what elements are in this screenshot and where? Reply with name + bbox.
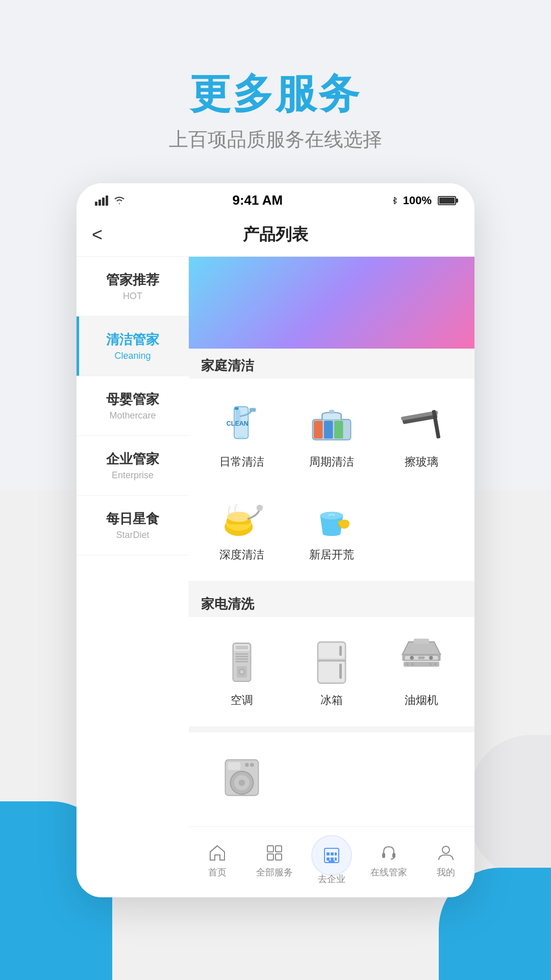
svg-rect-29 [236,658,248,660]
svg-point-57 [250,763,254,767]
svg-rect-46 [404,662,439,667]
product-name: 周期清洁 [309,454,354,470]
svg-rect-1 [98,200,101,206]
product-name: 空调 [231,693,253,708]
sidebar-item-guanjia-tuijian[interactable]: 管家推荐 HOT [77,257,189,316]
product-item-deep-clean[interactable]: 深度清洁 [197,480,287,573]
svg-rect-45 [418,656,425,659]
sidebar: 管家推荐 HOT 清洁管家 Cleaning 母婴管家 Mothercare 企… [77,257,189,897]
product-item-fridge[interactable]: 冰箱 [287,625,377,718]
svg-point-43 [410,656,414,660]
svg-rect-70 [382,853,385,858]
svg-rect-28 [236,656,248,657]
battery-icon [438,196,456,205]
svg-rect-41 [414,639,429,644]
back-button[interactable]: < [92,224,117,246]
svg-rect-59 [276,846,282,852]
product-name: 新居开荒 [309,547,354,562]
product-icon-hood [393,635,449,687]
section-divider-2 [189,726,474,732]
sidebar-item-sub: StarDiet [85,530,181,541]
all-services-label: 全部服务 [256,866,293,878]
product-grid-more [189,732,474,826]
home-icon [206,842,229,864]
headset-icon [378,842,400,864]
sidebar-item-sub: Mothercare [85,410,181,421]
banner-image [189,257,474,349]
svg-rect-13 [334,421,343,438]
section-title-home-cleaning: 家庭清洁 [189,349,474,379]
bottom-nav-manager[interactable]: 在线管家 [360,842,417,878]
svg-rect-7 [235,407,239,410]
status-battery-area: 100% [390,194,456,207]
product-icon-ac [214,635,270,687]
product-icon-steamer [214,490,270,541]
product-row-2: 深度清洁 [197,480,466,573]
svg-rect-65 [335,852,337,855]
bottom-nav-all-services[interactable]: 全部服务 [246,842,303,878]
user-icon [435,842,457,864]
sidebar-item-sub: HOT [85,291,181,302]
section-title-appliance-clean: 家电清洗 [189,587,474,617]
main-subtitle: 上百项品质服务在线选择 [0,127,551,153]
product-icon-spray: CLEAN [214,397,270,448]
product-item-hood[interactable]: 油烟机 [377,625,466,718]
svg-rect-26 [236,646,248,650]
svg-rect-67 [331,857,334,861]
product-item-ac[interactable]: 空调 [197,625,287,718]
bottom-nav-home[interactable]: 首页 [189,842,246,878]
battery-percent: 100% [403,194,432,207]
product-item-window[interactable]: 擦玻璃 [377,387,466,480]
battery-fill [439,198,455,204]
svg-rect-2 [102,198,105,206]
svg-rect-49 [429,663,432,666]
svg-point-44 [429,656,433,660]
main-title: 更多服务 [0,71,551,116]
product-row-1: CLEAN 日常清洁 [197,387,466,480]
product-item-empty [377,480,466,573]
product-item-more1[interactable] [197,741,287,818]
svg-rect-66 [327,857,330,861]
sidebar-item-name: 企业管家 [85,450,181,468]
nav-title: 产品列表 [117,224,434,246]
enterprise-label: 去企业 [318,873,345,885]
manager-label: 在线管家 [370,866,407,878]
svg-rect-3 [106,195,108,206]
home-label: 首页 [208,866,227,878]
svg-rect-63 [327,852,330,855]
product-grid-appliance-clean: 空调 [189,617,474,726]
product-item-more2 [287,741,377,818]
product-name: 冰箱 [320,693,343,708]
product-row-3: 空调 [197,625,466,718]
svg-rect-6 [249,408,256,412]
product-item-periodic-clean[interactable]: 周期清洁 [287,387,377,480]
bottom-nav-enterprise[interactable]: 去企业 [303,835,360,885]
sidebar-item-enterprise[interactable]: 企业管家 Enterprise [77,436,189,496]
sidebar-item-name: 母婴管家 [85,390,181,408]
status-bar: 9:41 AM 100% [77,183,474,213]
status-signal [95,195,126,206]
sidebar-item-stardiet[interactable]: 每日星食 StarDiet [77,496,189,555]
svg-rect-30 [236,661,248,663]
grid-icon [263,842,286,864]
svg-rect-38 [339,646,342,656]
svg-rect-47 [406,663,409,666]
svg-rect-17 [432,410,440,439]
product-name: 擦玻璃 [405,454,438,470]
product-name: 油烟机 [405,693,438,708]
status-time: 9:41 AM [232,192,283,208]
sidebar-item-mothercare[interactable]: 母婴管家 Mothercare [77,376,189,436]
signal-icon [95,195,109,206]
section-divider [189,581,474,587]
sidebar-item-cleaning[interactable]: 清洁管家 Cleaning [77,316,189,376]
product-item-new-home[interactable]: 新居开荒 [287,480,377,573]
svg-point-21 [227,512,250,522]
product-item-daily-clean[interactable]: CLEAN 日常清洁 [197,387,287,480]
svg-rect-69 [329,861,335,863]
svg-point-56 [245,763,249,767]
bottom-nav: 首页 全部服务 [189,826,474,897]
svg-rect-39 [339,664,342,679]
svg-point-72 [442,846,449,853]
svg-rect-64 [331,852,334,855]
bottom-nav-profile[interactable]: 我的 [417,842,474,878]
